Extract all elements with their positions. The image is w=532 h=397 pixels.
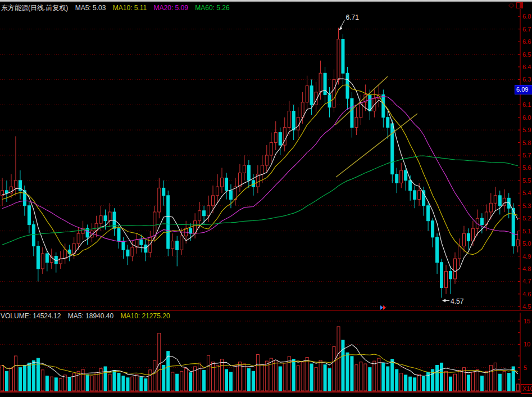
volume-bar	[292, 359, 295, 391]
volume-bar	[382, 363, 385, 391]
volume-bar	[436, 366, 439, 391]
ma10-value: MA10: 5.11	[113, 4, 147, 12]
volume-bar	[288, 357, 290, 391]
volume-bar	[440, 363, 443, 391]
main-chart-header: 东方能源(日线.前复权) MA5: 5.03 MA10: 5.11 MA20: …	[1, 3, 235, 13]
volume-bar	[131, 377, 134, 391]
volume-bar	[458, 371, 461, 391]
volume-bar	[221, 359, 224, 391]
volume-bar	[369, 368, 371, 391]
pane-divider[interactable]	[0, 310, 532, 311]
volume-bar	[90, 376, 93, 391]
volume-bar	[373, 361, 376, 391]
volume-bar	[516, 384, 519, 391]
volume-bar	[68, 377, 71, 391]
volume-bar	[378, 358, 380, 391]
volume-bar	[333, 346, 335, 391]
volume-bar	[418, 375, 421, 391]
volume-bar	[391, 359, 394, 391]
volume-axis-label: 15	[524, 318, 530, 324]
volume-bar	[189, 373, 192, 391]
volume-bar	[216, 366, 219, 391]
volume-bar	[342, 340, 344, 391]
volume-bars	[1, 327, 520, 391]
volume-bar	[203, 371, 206, 391]
volume-bar	[140, 377, 143, 391]
volume-bar	[171, 372, 174, 391]
volume-bar	[306, 357, 308, 391]
volume-header: VOLUME: 14524.12 MA5: 18940.40 MA10: 212…	[1, 312, 175, 320]
volume-bar	[135, 375, 138, 391]
volume-bar	[355, 365, 358, 391]
volume-baseline	[0, 391, 532, 393]
volume-bar	[498, 374, 501, 391]
volume-bar	[72, 373, 75, 391]
volume-bar	[234, 366, 237, 391]
volume-bar	[158, 333, 161, 391]
volume-bar	[256, 355, 259, 391]
split-pane-icon[interactable]	[516, 2, 523, 8]
volume-bar	[409, 377, 412, 391]
volume-bar	[41, 370, 44, 391]
volume-bar	[319, 360, 322, 391]
current-price-tag: 6.09	[515, 85, 532, 94]
volume-bar	[63, 375, 66, 391]
volume-bar	[185, 368, 188, 391]
volume-ma5-value: MA5: 18940.40	[68, 312, 113, 320]
fast-forward-marker-icon[interactable]	[380, 305, 386, 310]
volume-bar	[462, 368, 465, 391]
volume-bar	[360, 362, 362, 391]
volume-bar	[270, 358, 272, 391]
volume-bar	[5, 371, 8, 391]
volume-bar	[243, 364, 245, 391]
volume-bar	[50, 377, 53, 391]
volume-bar	[274, 360, 277, 391]
volume-bar	[113, 371, 116, 391]
volume-unit-label: X10	[521, 384, 532, 394]
volume-bar	[507, 373, 510, 391]
volume-ma10-value: MA10: 21275.20	[121, 312, 170, 320]
volume-bar	[212, 362, 215, 391]
volume-value: VOLUME: 14524.12	[1, 312, 61, 320]
diamond-icon[interactable]: ◇	[508, 1, 514, 9]
volume-bar	[315, 368, 317, 391]
volume-bar	[104, 367, 107, 391]
volume-bar	[324, 365, 326, 391]
volume-bar	[86, 375, 89, 391]
volume-bar	[503, 371, 506, 391]
volume-bar	[471, 372, 474, 391]
volume-bar	[198, 363, 201, 391]
ma60-value: MA60: 5.26	[195, 4, 229, 12]
volume-bar	[400, 373, 403, 391]
volume-bar	[46, 376, 48, 391]
volume-bar	[14, 356, 17, 391]
volume-bar	[81, 369, 84, 391]
volume-bar	[149, 370, 152, 391]
volume-bar	[283, 363, 286, 391]
volume-bar	[395, 369, 398, 391]
volume-bar	[122, 376, 125, 391]
volume-bar	[207, 355, 210, 391]
volume-bar	[153, 360, 156, 391]
volume-bar	[387, 367, 389, 391]
volume-bar	[422, 376, 425, 391]
volume-bar	[108, 374, 111, 391]
volume-bar	[480, 376, 483, 391]
ma20-value: MA20: 5.09	[154, 4, 188, 12]
volume-bar	[59, 379, 62, 391]
volume-axis-label: 5	[524, 364, 527, 371]
volume-bar	[413, 378, 416, 391]
volume-bar	[229, 372, 232, 391]
volume-bar	[32, 360, 35, 391]
volume-bar	[404, 375, 407, 391]
volume-bar	[23, 366, 26, 391]
volume-bar	[126, 378, 129, 391]
volume-bar	[225, 369, 228, 391]
volume-bar	[328, 368, 331, 391]
volume-bar	[54, 378, 57, 391]
volume-bar	[485, 371, 488, 391]
volume-bar	[19, 368, 21, 391]
volume-bar	[77, 371, 80, 391]
volume-chart[interactable]: 15105	[0, 0, 532, 397]
volume-bar	[449, 377, 452, 391]
